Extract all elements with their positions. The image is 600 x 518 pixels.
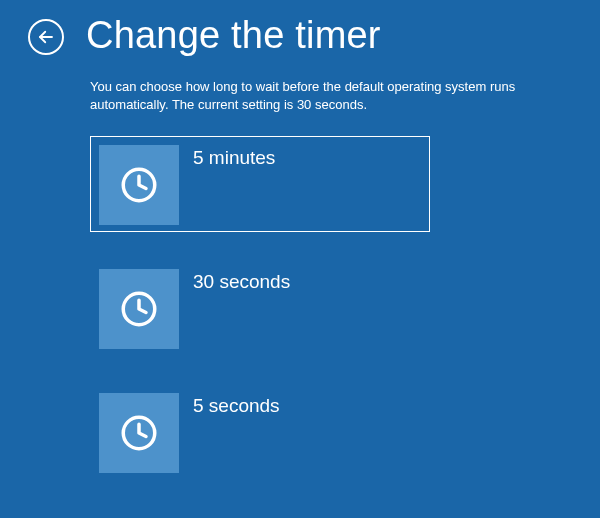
- option-5-seconds[interactable]: 5 seconds: [90, 384, 430, 480]
- option-label: 5 minutes: [193, 147, 275, 169]
- options-list: 5 minutes 30 seconds 5 seconds: [90, 136, 600, 480]
- option-5-minutes[interactable]: 5 minutes: [90, 136, 430, 232]
- description-text: You can choose how long to wait before t…: [90, 78, 560, 114]
- clock-icon: [118, 288, 160, 330]
- option-30-seconds[interactable]: 30 seconds: [90, 260, 430, 356]
- clock-icon: [118, 164, 160, 206]
- clock-icon: [118, 412, 160, 454]
- back-arrow-icon: [37, 28, 55, 46]
- option-tile: [99, 393, 179, 473]
- option-label: 30 seconds: [193, 271, 290, 293]
- back-button[interactable]: [28, 19, 64, 55]
- header: Change the timer: [0, 0, 600, 56]
- option-tile: [99, 269, 179, 349]
- page-title: Change the timer: [86, 16, 381, 54]
- option-label: 5 seconds: [193, 395, 280, 417]
- option-tile: [99, 145, 179, 225]
